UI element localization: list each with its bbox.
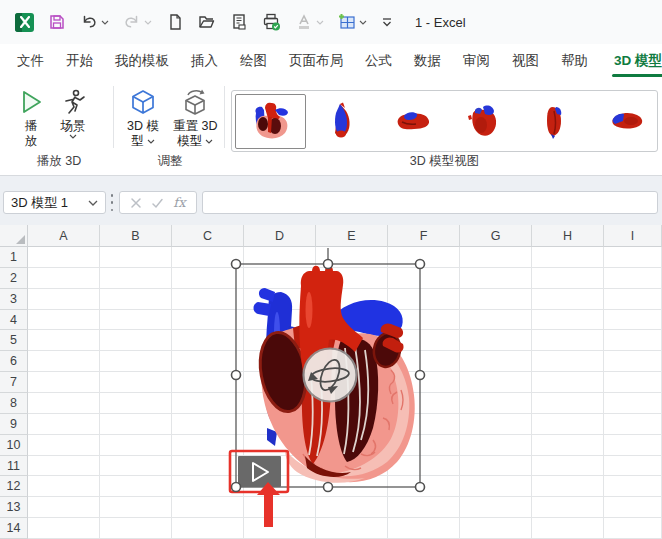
cell-A13[interactable]: [28, 497, 100, 518]
handle-mid-left[interactable]: [232, 371, 241, 380]
tab-3D 模型[interactable]: 3D 模型: [603, 44, 662, 78]
cell-H10[interactable]: [532, 435, 604, 456]
tab-绘图[interactable]: 绘图: [229, 44, 278, 78]
cell-A4[interactable]: [28, 310, 100, 331]
cell-A1[interactable]: [28, 247, 100, 268]
column-header-G[interactable]: G: [460, 225, 532, 247]
row-header-7[interactable]: 7: [0, 372, 28, 393]
cell-B5[interactable]: [100, 330, 172, 351]
cell-H14[interactable]: [532, 518, 604, 539]
cell-B2[interactable]: [100, 268, 172, 289]
cell-I6[interactable]: [604, 351, 662, 372]
cell-G6[interactable]: [460, 351, 532, 372]
handle-mid-right[interactable]: [416, 371, 425, 380]
quick-print-button[interactable]: [262, 13, 281, 31]
cell-A8[interactable]: [28, 393, 100, 414]
tab-公式[interactable]: 公式: [354, 44, 403, 78]
scene-button[interactable]: 场景: [52, 84, 94, 152]
row-header-3[interactable]: 3: [0, 289, 28, 310]
cell-I4[interactable]: [604, 310, 662, 331]
column-header-I[interactable]: I: [604, 225, 662, 247]
undo-button[interactable]: [80, 13, 109, 31]
row-header-2[interactable]: 2: [0, 268, 28, 289]
cell-G7[interactable]: [460, 372, 532, 393]
row-header-8[interactable]: 8: [0, 393, 28, 414]
cell-I13[interactable]: [604, 497, 662, 518]
cell-A14[interactable]: [28, 518, 100, 539]
cell-H11[interactable]: [532, 456, 604, 477]
column-header-H[interactable]: H: [532, 225, 604, 247]
cell-A10[interactable]: [28, 435, 100, 456]
row-header-5[interactable]: 5: [0, 330, 28, 351]
cell-H7[interactable]: [532, 372, 604, 393]
cell-I5[interactable]: [604, 330, 662, 351]
cell-H12[interactable]: [532, 476, 604, 497]
insert-function-button[interactable]: fx: [173, 195, 185, 210]
handle-top-right[interactable]: [416, 260, 425, 269]
cell-G1[interactable]: [460, 247, 532, 268]
model-view-thumbnail-1[interactable]: [235, 94, 306, 149]
cell-I11[interactable]: [604, 456, 662, 477]
cell-I2[interactable]: [604, 268, 662, 289]
cell-H1[interactable]: [532, 247, 604, 268]
cell-B1[interactable]: [100, 247, 172, 268]
cell-A7[interactable]: [28, 372, 100, 393]
excel-app-icon[interactable]: [15, 13, 34, 32]
cell-G11[interactable]: [460, 456, 532, 477]
handle-bottom-left[interactable]: [232, 483, 241, 492]
row-header-12[interactable]: 12: [0, 476, 28, 497]
column-header-B[interactable]: B: [100, 225, 172, 247]
cell-B8[interactable]: [100, 393, 172, 414]
name-box-splitter[interactable]: [110, 194, 114, 211]
row-header-10[interactable]: 10: [0, 435, 28, 456]
handle-bottom-right[interactable]: [416, 483, 425, 492]
row-header-6[interactable]: 6: [0, 351, 28, 372]
open-file-button[interactable]: [198, 13, 216, 31]
cell-G8[interactable]: [460, 393, 532, 414]
cell-G14[interactable]: [460, 518, 532, 539]
cell-I9[interactable]: [604, 414, 662, 435]
borders-grid-button[interactable]: [338, 13, 367, 31]
cell-I8[interactable]: [604, 393, 662, 414]
cell-B3[interactable]: [100, 289, 172, 310]
3d-model-button[interactable]: 3D 模 型: [120, 84, 166, 152]
cell-H4[interactable]: [532, 310, 604, 331]
formula-input[interactable]: [202, 191, 658, 214]
cell-B13[interactable]: [100, 497, 172, 518]
cell-H2[interactable]: [532, 268, 604, 289]
model-view-thumbnail-5[interactable]: [519, 94, 590, 149]
chevron-down-icon[interactable]: [88, 200, 98, 206]
row-header-4[interactable]: 4: [0, 310, 28, 331]
tab-视图[interactable]: 视图: [501, 44, 550, 78]
tab-数据[interactable]: 数据: [403, 44, 452, 78]
model-view-thumbnail-4[interactable]: [448, 94, 519, 149]
row-header-14[interactable]: 14: [0, 518, 28, 539]
cell-A5[interactable]: [28, 330, 100, 351]
cell-H13[interactable]: [532, 497, 604, 518]
cell-H8[interactable]: [532, 393, 604, 414]
tab-文件[interactable]: 文件: [6, 44, 55, 78]
cell-B12[interactable]: [100, 476, 172, 497]
cell-H6[interactable]: [532, 351, 604, 372]
cell-B7[interactable]: [100, 372, 172, 393]
customize-toolbar-button[interactable]: [381, 17, 393, 27]
cell-A6[interactable]: [28, 351, 100, 372]
handle-bottom-center[interactable]: [324, 483, 333, 492]
row-header-9[interactable]: 9: [0, 414, 28, 435]
cell-A12[interactable]: [28, 476, 100, 497]
cell-B6[interactable]: [100, 351, 172, 372]
cell-G2[interactable]: [460, 268, 532, 289]
cell-B9[interactable]: [100, 414, 172, 435]
save-button[interactable]: [48, 13, 66, 31]
cell-B4[interactable]: [100, 310, 172, 331]
cell-G9[interactable]: [460, 414, 532, 435]
model-view-thumbnail-2[interactable]: [306, 94, 377, 149]
cell-G4[interactable]: [460, 310, 532, 331]
name-box[interactable]: 3D 模型 1: [3, 191, 106, 214]
cell-G10[interactable]: [460, 435, 532, 456]
cell-B14[interactable]: [100, 518, 172, 539]
cell-I1[interactable]: [604, 247, 662, 268]
rotate-3d-gizmo[interactable]: [304, 349, 357, 402]
cell-A9[interactable]: [28, 414, 100, 435]
enter-check-icon[interactable]: [151, 197, 164, 209]
